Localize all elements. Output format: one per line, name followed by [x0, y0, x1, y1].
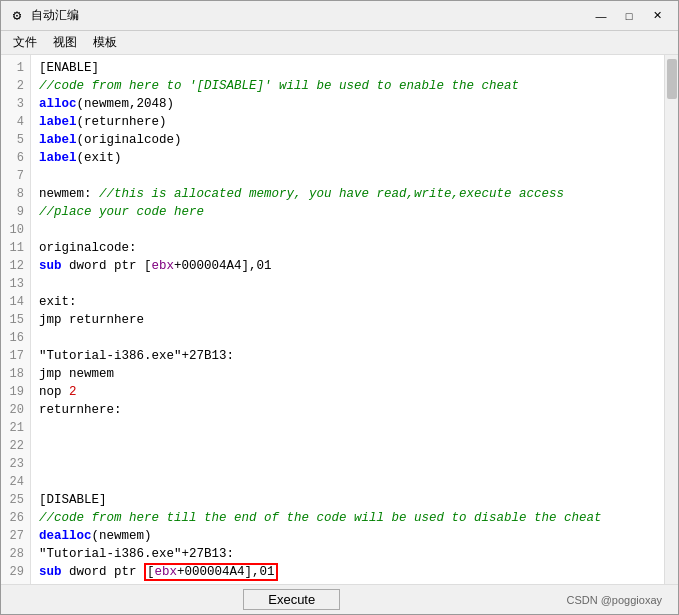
- code-line: sub dword ptr [ebx+000004A4],01: [39, 563, 664, 581]
- code-line: [39, 329, 664, 347]
- code-line: jmp returnhere: [39, 311, 664, 329]
- line-number: 22: [1, 437, 30, 455]
- app-icon: ⚙: [9, 8, 25, 24]
- line-number: 21: [1, 419, 30, 437]
- code-line: [39, 419, 664, 437]
- line-number: 27: [1, 527, 30, 545]
- code-line: "Tutorial-i386.exe"+27B13:: [39, 545, 664, 563]
- line-number: 4: [1, 113, 30, 131]
- code-line: [39, 473, 664, 491]
- code-line: //place your code here: [39, 203, 664, 221]
- line-number: 20: [1, 401, 30, 419]
- code-line: originalcode:: [39, 239, 664, 257]
- status-bar: Execute CSDN @poggioxay: [1, 584, 678, 614]
- line-number: 23: [1, 455, 30, 473]
- line-number: 15: [1, 311, 30, 329]
- code-line: "Tutorial-i386.exe"+27B13:: [39, 347, 664, 365]
- watermark: CSDN @poggioxay: [566, 594, 662, 606]
- menu-bar: 文件 视图 模板: [1, 31, 678, 55]
- line-number: 7: [1, 167, 30, 185]
- line-number: 18: [1, 365, 30, 383]
- window-controls: — □ ✕: [588, 5, 670, 27]
- menu-template[interactable]: 模板: [85, 32, 125, 53]
- code-line: dealloc(newmem): [39, 527, 664, 545]
- code-line: jmp newmem: [39, 365, 664, 383]
- code-line: label(exit): [39, 149, 664, 167]
- code-line: [39, 275, 664, 293]
- code-line: newmem: //this is allocated memory, you …: [39, 185, 664, 203]
- code-line: //code from here till the end of the cod…: [39, 509, 664, 527]
- code-line: label(returnhere): [39, 113, 664, 131]
- line-number: 26: [1, 509, 30, 527]
- line-number: 25: [1, 491, 30, 509]
- line-number: 29: [1, 563, 30, 581]
- code-line: [39, 221, 664, 239]
- window-title: 自动汇编: [31, 7, 588, 24]
- code-line: nop 2: [39, 383, 664, 401]
- line-number: 28: [1, 545, 30, 563]
- line-number: 17: [1, 347, 30, 365]
- line-number: 11: [1, 239, 30, 257]
- line-number: 24: [1, 473, 30, 491]
- scrollbar-thumb[interactable]: [667, 59, 677, 99]
- line-number: 1: [1, 59, 30, 77]
- code-line: label(originalcode): [39, 131, 664, 149]
- line-number: 5: [1, 131, 30, 149]
- line-number: 8: [1, 185, 30, 203]
- line-number: 13: [1, 275, 30, 293]
- line-number: 6: [1, 149, 30, 167]
- code-line: [ENABLE]: [39, 59, 664, 77]
- execute-button[interactable]: Execute: [243, 589, 340, 610]
- code-line: [39, 167, 664, 185]
- title-bar: ⚙ 自动汇编 — □ ✕: [1, 1, 678, 31]
- line-number: 12: [1, 257, 30, 275]
- code-line: returnhere:: [39, 401, 664, 419]
- code-line: sub dword ptr [ebx+000004A4],01: [39, 257, 664, 275]
- menu-file[interactable]: 文件: [5, 32, 45, 53]
- code-line: [39, 437, 664, 455]
- maximize-button[interactable]: □: [616, 5, 642, 27]
- line-number: 16: [1, 329, 30, 347]
- line-number: 14: [1, 293, 30, 311]
- line-number: 10: [1, 221, 30, 239]
- code-content[interactable]: [ENABLE]//code from here to '[DISABLE]' …: [31, 55, 664, 584]
- line-number: 19: [1, 383, 30, 401]
- line-number: 3: [1, 95, 30, 113]
- code-line: //code from here to '[DISABLE]' will be …: [39, 77, 664, 95]
- line-number: 2: [1, 77, 30, 95]
- editor-area: 1234567891011121314151617181920212223242…: [1, 55, 678, 584]
- code-line: exit:: [39, 293, 664, 311]
- code-line: [DISABLE]: [39, 491, 664, 509]
- close-button[interactable]: ✕: [644, 5, 670, 27]
- main-window: ⚙ 自动汇编 — □ ✕ 文件 视图 模板 123456789101112131…: [0, 0, 679, 615]
- scrollbar-right[interactable]: [664, 55, 678, 584]
- line-number: 9: [1, 203, 30, 221]
- code-line: [39, 455, 664, 473]
- code-line: alloc(newmem,2048): [39, 95, 664, 113]
- minimize-button[interactable]: —: [588, 5, 614, 27]
- line-numbers: 1234567891011121314151617181920212223242…: [1, 55, 31, 584]
- menu-view[interactable]: 视图: [45, 32, 85, 53]
